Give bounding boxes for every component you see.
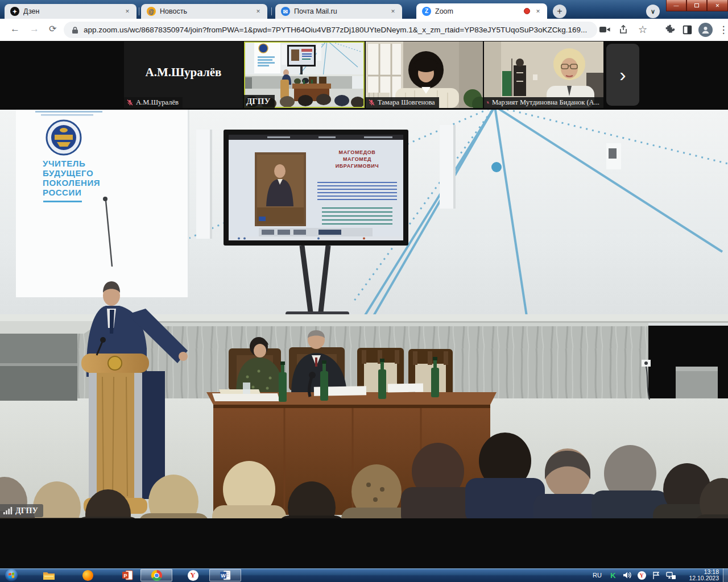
maximize-icon — [694, 3, 699, 7]
show-desktop-button[interactable] — [723, 568, 728, 582]
extensions-puzzle-icon[interactable] — [664, 24, 676, 35]
participant-name-label: ДГПУ — [244, 95, 275, 108]
gallery-next-button[interactable]: › — [606, 44, 639, 106]
tab-zoom-active[interactable]: Z Zoom ✕ — [416, 3, 547, 19]
address-bar[interactable]: app.zoom.us/wc/86878350974/join?fromPWA=… — [64, 22, 597, 38]
main-video-label: ДГПУ — [0, 504, 43, 517]
browser-titlebar: ✦ Дзен ✕ @ Новость ✕ ✉ Почта Mail.ru ✕ Z… — [0, 0, 728, 19]
bookmark-star-icon[interactable]: ☆ — [637, 24, 648, 35]
taskbar-word-button-active[interactable]: W — [209, 569, 241, 581]
participant-name-text: ДГПУ — [246, 97, 271, 106]
taskbar-yandex-button[interactable]: Y — [185, 569, 201, 581]
tab-title: Дзен — [23, 7, 123, 15]
reload-button[interactable]: ⟳ — [49, 23, 56, 34]
tab-mail[interactable]: ✉ Почта Mail.ru ✕ — [275, 4, 402, 19]
wall-banner-text: УЧИТЕЛЬ БУДУЩЕГО ПОКОЛЕНИЯ РОССИИ — [43, 159, 100, 197]
slide-title-text: МАГОМЕДОВ МАГОМЕД ИБРАГИМОВИЧ — [312, 149, 402, 169]
tab-dzen[interactable]: ✦ Дзен ✕ — [5, 4, 136, 19]
taskbar-explorer-button[interactable] — [41, 569, 57, 581]
participant-name-text: Марзият Мутдиновна Биданок (А... — [492, 98, 599, 107]
participant-tile-shovgenova[interactable]: Тамара Шовгенова — [366, 41, 483, 108]
taskbar-firefox-button[interactable] — [80, 569, 96, 581]
tab-close-icon[interactable]: ✕ — [254, 7, 263, 16]
firefox-icon — [82, 570, 93, 581]
mic-off-icon — [126, 99, 134, 106]
wall-banner — [16, 110, 189, 297]
tab-search-button[interactable]: ∨ — [646, 5, 660, 18]
zoom-gallery-strip: А.М.Шуралёв А.М.Шуралёв — [0, 41, 728, 108]
slide-body-textblock — [317, 182, 397, 202]
explorer-icon — [43, 571, 55, 580]
yandex-tray-icon[interactable]: Y — [636, 569, 647, 581]
desktop-screen: ✦ Дзен ✕ @ Новость ✕ ✉ Почта Mail.ru ✕ Z… — [0, 0, 728, 582]
tab-close-icon[interactable]: ✕ — [533, 7, 543, 16]
tab-title: Zoom — [435, 7, 522, 15]
tab-separator — [271, 7, 272, 15]
taskbar-powerpoint-button[interactable]: P — [119, 569, 135, 581]
yandex-browser-icon: Y — [188, 570, 198, 581]
mic-off-icon — [368, 99, 375, 106]
zoom-favicon-icon: Z — [422, 7, 431, 16]
network-tray-icon[interactable] — [664, 569, 678, 581]
main-video-dgpu[interactable]: УЧИТЕЛЬ БУДУЩЕГО ПОКОЛЕНИЯ РОССИИ МАГОМЕ… — [0, 110, 728, 518]
camera-icon[interactable] — [599, 24, 610, 35]
signal-bars-icon — [3, 507, 13, 514]
address-url: app.zoom.us/wc/86878350974/join?fromPWA=… — [84, 26, 587, 34]
taskbar-clock[interactable]: 13:18 12.10.2023 — [689, 569, 719, 581]
tab-title: Почта Mail.ru — [294, 7, 388, 15]
window-minimize-button[interactable]: — — [666, 0, 686, 11]
taskbar-chrome-button-active[interactable] — [140, 569, 172, 581]
windows-logo-icon — [9, 572, 14, 578]
participant-name-text: А.М.Шуралёв — [136, 98, 179, 107]
powerpoint-icon: P — [122, 570, 133, 580]
volume-tray-icon[interactable] — [621, 569, 634, 581]
participant-tile-dgpu[interactable]: ДГПУ — [244, 41, 365, 108]
forward-button[interactable]: → — [30, 23, 39, 35]
kaspersky-tray-icon[interactable]: K — [607, 569, 619, 581]
stage-right-corner — [642, 360, 718, 400]
participant-name-label: Марзият Мутдиновна Биданок (А... — [484, 97, 603, 108]
action-center-flag-icon[interactable] — [650, 569, 662, 581]
back-button[interactable]: ← — [10, 23, 20, 35]
new-tab-button[interactable]: + — [553, 5, 566, 18]
browser-toolbar: ← → ⟳ app.zoom.us/wc/86878350974/join?fr… — [0, 19, 728, 41]
lock-icon — [72, 26, 78, 34]
dzen-favicon-icon: ✦ — [10, 7, 19, 16]
share-icon[interactable] — [618, 24, 629, 35]
mail-favicon-icon: ✉ — [281, 7, 290, 16]
main-video-label-text: ДГПУ — [15, 506, 38, 516]
window-close-button[interactable]: ✕ — [707, 0, 728, 11]
wall-blue-dot — [491, 162, 502, 172]
word-icon: W — [220, 570, 231, 580]
conference-scene — [0, 110, 728, 518]
svg-text:W: W — [221, 573, 226, 579]
profile-avatar[interactable] — [698, 23, 713, 37]
podium — [81, 337, 149, 514]
clock-date: 12.10.2023 — [689, 575, 719, 581]
language-indicator[interactable]: RU — [590, 569, 604, 581]
news-favicon-icon: @ — [147, 7, 156, 16]
participant-name-label: Тамара Шовгенова — [366, 97, 439, 108]
windows-taskbar: P Y W RU K — [0, 568, 728, 582]
participant-tile-shuralev[interactable]: А.М.Шуралёв А.М.Шуралёв — [124, 41, 243, 108]
mic-off-icon — [486, 99, 490, 106]
wall-banner-underline — [43, 201, 82, 202]
tab-close-icon[interactable]: ✕ — [123, 7, 132, 16]
participant-name-text: Тамара Шовгенова — [378, 98, 435, 107]
tab-close-icon[interactable]: ✕ — [388, 7, 398, 16]
tab-novost[interactable]: @ Новость ✕ — [141, 4, 267, 19]
window-maximize-button[interactable] — [686, 0, 707, 11]
wall-device-box — [606, 143, 621, 169]
participant-display-name: А.М.Шуралёв — [124, 65, 243, 80]
recording-indicator-icon — [524, 8, 530, 14]
sidebar-icon[interactable] — [681, 24, 693, 35]
start-button[interactable] — [5, 569, 18, 581]
chrome-icon — [151, 570, 162, 581]
tab-separator — [139, 7, 139, 15]
participant-name-label: А.М.Шуралёв — [124, 97, 183, 108]
svg-text:P: P — [123, 573, 127, 579]
browser-menu-icon[interactable]: ⋮ — [718, 24, 728, 35]
tab-title: Новость — [160, 7, 254, 15]
participant-tile-bidanok[interactable]: Марзият Мутдиновна Биданок (А... — [484, 41, 603, 108]
slide-quote-textblock — [322, 207, 392, 226]
